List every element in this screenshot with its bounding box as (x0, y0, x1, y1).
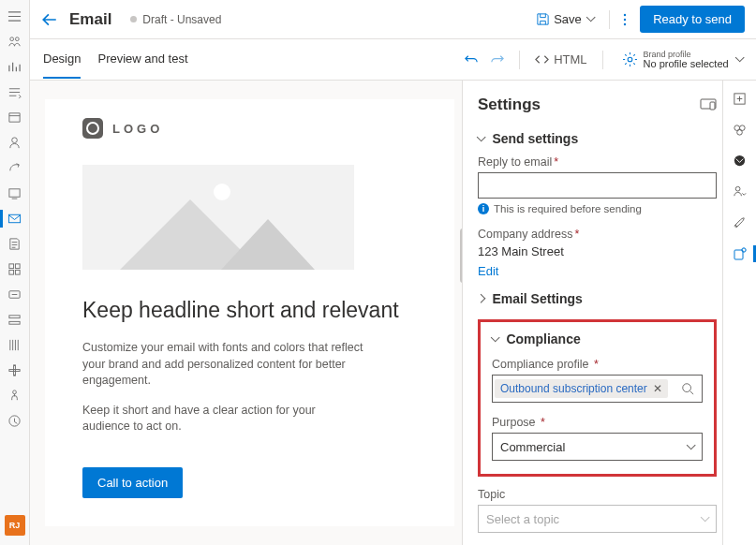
layers-icon[interactable] (729, 119, 750, 140)
save-chevron-icon[interactable] (587, 14, 594, 24)
svg-rect-7 (9, 270, 14, 274)
rail-item-6[interactable] (0, 155, 30, 181)
info-icon: i (478, 203, 489, 214)
html-label: HTML (554, 52, 586, 66)
rail-item-10[interactable] (0, 257, 30, 282)
logo-text: LOGO (112, 122, 163, 136)
svg-point-26 (737, 130, 743, 136)
svg-rect-11 (9, 321, 20, 324)
rail-item-7[interactable] (0, 181, 30, 206)
tab-design[interactable]: Design (43, 40, 81, 79)
brand-profile-picker[interactable]: Brand profile No profile selected (622, 51, 743, 69)
svg-point-27 (734, 155, 745, 166)
edit-address-link[interactable]: Edit (478, 264, 498, 278)
svg-point-19 (628, 57, 632, 62)
section-toggle-compliance[interactable]: Compliance (492, 331, 703, 346)
settings-cog-icon[interactable] (729, 243, 751, 265)
svg-rect-8 (15, 270, 20, 274)
personalize-icon[interactable] (729, 181, 750, 202)
rail-item-9[interactable] (0, 231, 30, 257)
undo-icon[interactable] (459, 49, 484, 70)
svg-point-16 (624, 13, 626, 15)
settings-title: Settings (478, 96, 541, 114)
section-send-settings: Send settings Reply to email* iThis is r… (478, 131, 717, 278)
gear-icon (622, 52, 638, 67)
svg-point-28 (735, 186, 740, 191)
html-toggle[interactable]: HTML (529, 49, 592, 70)
device-preview-icon[interactable] (700, 98, 717, 111)
settings-panel: Settings Send settings Reply to email* i… (462, 81, 756, 545)
company-address-value: 123 Main Street (478, 244, 717, 258)
section-compliance: Compliance Compliance profile * Outbound… (478, 319, 717, 477)
chevron-down-icon (700, 513, 709, 523)
chevron-down-icon (686, 441, 695, 450)
remove-pill-icon[interactable]: ✕ (653, 382, 662, 395)
page-title: Email (69, 10, 111, 29)
rail-item-11[interactable] (0, 282, 30, 307)
rail-item-3[interactable] (0, 80, 30, 105)
back-icon[interactable] (41, 11, 58, 28)
image-placeholder[interactable] (82, 165, 354, 270)
rail-item-15[interactable] (0, 383, 30, 408)
svg-rect-29 (734, 250, 743, 259)
svg-point-2 (12, 138, 18, 143)
section-email-settings: Email Settings (478, 291, 717, 306)
email-paragraph-2[interactable]: Keep it short and have a clear action fo… (82, 403, 363, 435)
svg-point-14 (13, 390, 17, 394)
rocket-icon[interactable] (729, 212, 750, 233)
rail-item-12[interactable] (0, 307, 30, 332)
lookup-search-icon[interactable] (674, 382, 702, 395)
rail-item-14[interactable] (0, 358, 30, 383)
rail-item-4[interactable] (0, 105, 30, 130)
svg-point-17 (624, 18, 626, 20)
chevron-down-icon (736, 54, 743, 65)
section-topic: Topic Select a topic (478, 488, 717, 533)
save-button[interactable]: Save (530, 8, 600, 30)
section-toggle-email[interactable]: Email Settings (478, 291, 717, 306)
rail-item-16[interactable] (0, 408, 30, 434)
compliance-profile-label: Compliance profile * (492, 358, 703, 371)
reply-to-label: Reply to email* (478, 155, 717, 169)
compliance-profile-pill[interactable]: Outbound subscription center ✕ (495, 379, 668, 398)
compliance-profile-lookup[interactable]: Outbound subscription center ✕ (492, 375, 703, 403)
add-element-icon[interactable] (729, 88, 750, 110)
rail-item-email[interactable] (0, 206, 30, 231)
company-address-label: Company address* (478, 228, 717, 241)
purpose-label: Purpose * (492, 416, 703, 429)
save-label: Save (554, 12, 582, 26)
svg-rect-6 (15, 264, 20, 269)
rail-item-2[interactable] (0, 54, 30, 80)
topic-select[interactable]: Select a topic (478, 505, 717, 533)
globe-icon[interactable] (729, 150, 750, 171)
reply-to-input[interactable] (478, 172, 717, 199)
svg-rect-13 (9, 370, 20, 372)
rail-item-13[interactable] (0, 332, 30, 358)
svg-point-18 (624, 22, 626, 24)
save-icon (536, 12, 550, 26)
more-actions-icon[interactable] (619, 9, 630, 30)
email-headline[interactable]: Keep headline short and relevant (82, 296, 417, 325)
brand-profile-value: No profile selected (644, 59, 729, 69)
svg-rect-12 (14, 365, 16, 376)
page-header: Email Draft - Unsaved Save Ready to send (30, 0, 756, 39)
email-canvas: LOGO Keep headline short and relevant Cu… (30, 81, 462, 545)
redo-icon[interactable] (484, 49, 510, 70)
rail-item-1[interactable] (0, 29, 30, 54)
ready-to-send-button[interactable]: Ready to send (640, 6, 745, 33)
tab-preview[interactable]: Preview and test (97, 40, 187, 79)
section-toggle-send[interactable]: Send settings (478, 131, 717, 146)
user-avatar[interactable]: RJ (5, 515, 25, 536)
rail-item-5[interactable] (0, 130, 30, 155)
svg-rect-21 (710, 102, 715, 110)
email-paragraph-1[interactable]: Customize your email with fonts and colo… (82, 340, 363, 390)
hamburger-icon[interactable] (0, 4, 30, 29)
side-tool-rail (722, 81, 756, 545)
cta-button[interactable]: Call to action (82, 467, 183, 498)
svg-point-0 (10, 37, 14, 41)
logo-icon (82, 118, 103, 139)
email-logo[interactable]: LOGO (82, 118, 417, 139)
canvas-scrollbar[interactable] (460, 228, 462, 283)
purpose-select[interactable]: Commercial (492, 433, 703, 461)
svg-rect-5 (9, 264, 14, 269)
topic-label: Topic (478, 488, 717, 501)
